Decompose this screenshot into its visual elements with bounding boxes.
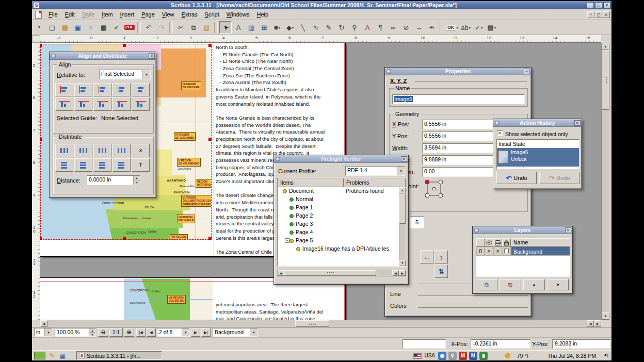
selection-handle[interactable] <box>40 44 42 47</box>
close-icon[interactable]: ✕ <box>401 156 407 162</box>
tab-colors[interactable]: Colors <box>389 302 528 312</box>
align-right-button[interactable] <box>112 83 131 96</box>
ruler-origin-button[interactable] <box>32 35 40 43</box>
close-document-button[interactable]: ✕ <box>85 21 97 34</box>
layer-select[interactable]: Background▼ <box>213 328 258 337</box>
open-document-button[interactable]: ▤ <box>59 21 71 34</box>
chart-launcher-icon[interactable]: ▦ <box>58 351 67 360</box>
lower-layer-button[interactable]: ▼ <box>547 279 569 290</box>
flip-horizontal-button[interactable]: ↔ <box>420 250 433 264</box>
preflight-item[interactable]: Image16 Image has a DPI-Value les <box>278 245 399 253</box>
relative-to-select[interactable]: First Selected▼ <box>99 70 151 79</box>
selection-handle[interactable] <box>208 237 212 240</box>
zoom-in-button[interactable]: ⊕ <box>124 328 134 337</box>
basepoint-widget[interactable] <box>424 179 444 200</box>
tree-collapse-icon[interactable]: − <box>285 238 289 243</box>
menu-item[interactable]: Item <box>98 10 116 19</box>
menu-windows[interactable]: Windows <box>223 10 253 19</box>
monitor-tray-icon[interactable]: ▮ <box>479 352 488 360</box>
close-icon[interactable]: ✕ <box>565 227 571 233</box>
scribus-task-button[interactable]: SScribus 1.3.3.11 - [/h... <box>76 351 162 360</box>
distribute-centers-v-button[interactable] <box>74 158 92 172</box>
scroll-left-icon[interactable]: ◀ <box>40 320 47 327</box>
horizontal-ruler[interactable]: -10123456789101112131415 <box>40 35 601 43</box>
window-titlebar[interactable]: S Scribus 1.3.3.11 - [/home/zach/Documen… <box>32 1 611 9</box>
maximize-button[interactable]: ▢ <box>595 2 602 8</box>
align-dialog-titlebar[interactable]: Align and Distribute ✕ <box>50 52 156 60</box>
notes-launcher-icon[interactable]: ✎ <box>47 351 57 360</box>
selection-handle[interactable] <box>208 44 212 47</box>
scroll-left-icon[interactable]: ◀ <box>587 320 594 327</box>
scroll-up-icon[interactable]: ▲ <box>602 43 609 50</box>
preflight-item[interactable]: DocumentProblems found <box>278 187 399 195</box>
zoom-button[interactable]: ⚲ <box>348 21 361 34</box>
preflight-item[interactable]: Normal <box>278 195 399 204</box>
menu-script[interactable]: Script <box>201 10 223 19</box>
properties-dialog-titlebar[interactable]: Properties ✕ <box>385 68 531 75</box>
zoom-actual-size-button[interactable]: 1:1 <box>109 328 123 337</box>
show-selected-only-checkbox[interactable]: ✕ <box>497 130 503 136</box>
undo-button[interactable]: ↶ <box>142 21 155 34</box>
zoom-level-spinner[interactable]: 100.00 %▲▼ <box>55 328 96 337</box>
distance-spinner[interactable]: 0.0000 in▲▼ <box>87 175 140 185</box>
workspace-switcher[interactable] <box>34 352 45 359</box>
scroll-down-icon[interactable]: ▼ <box>399 260 406 266</box>
menu-extras[interactable]: Extras <box>178 10 201 19</box>
vertical-ruler[interactable]: 567891 01 11 2 <box>32 43 40 320</box>
selection-handle[interactable] <box>208 138 212 141</box>
selection-handle[interactable] <box>40 237 42 240</box>
insert-image-frame-button[interactable]: ▥ <box>245 21 257 34</box>
mdi-minimize-button[interactable]: − <box>587 11 594 18</box>
preflight-item[interactable]: −Page 5 <box>278 237 399 245</box>
edit-text-story-button[interactable]: ¶ <box>374 21 387 34</box>
lock-button[interactable]: ⇅ <box>434 265 448 278</box>
toolbar-handle-button[interactable]: ▾ <box>33 21 45 34</box>
undo-button[interactable]: ↶Undo <box>496 172 537 184</box>
insert-table-button[interactable]: ⊞ <box>258 21 270 34</box>
close-button[interactable]: ✕ <box>603 2 610 8</box>
profile-select[interactable]: PDF 1.4▼ <box>345 166 405 176</box>
preflight-dialog-titlebar[interactable]: Preflight Verifier ✕ <box>274 155 408 163</box>
align-bottom-out-button[interactable] <box>132 97 150 111</box>
horizontal-scrollbar[interactable]: ◀ ◀ ▶ <box>40 320 601 327</box>
selection-handle[interactable] <box>123 237 126 240</box>
close-icon[interactable]: ✕ <box>574 120 581 126</box>
preflight-item[interactable]: Page 3 <box>278 220 399 228</box>
menu-file[interactable]: File <box>45 10 61 19</box>
distribute-equal-gaps-v-button[interactable] <box>112 158 131 172</box>
save-document-button[interactable]: ▣ <box>72 21 84 34</box>
layer-print-checkbox[interactable]: × <box>493 246 502 256</box>
insert-line-button[interactable]: ╲ <box>297 21 309 34</box>
history-list[interactable]: Initial State Image5 Unlock <box>496 139 579 169</box>
history-item-selected[interactable]: Image5 Unlock <box>497 148 579 167</box>
align-left-out-button[interactable] <box>55 83 73 96</box>
text-frame-column-2[interactable]: yet most populous area. The three larges… <box>216 301 346 320</box>
preflight-verifier-button[interactable]: ✔ <box>110 21 123 34</box>
next-page-button[interactable]: ▶ <box>191 328 200 337</box>
previous-page-button[interactable]: ◀ <box>147 328 156 337</box>
align-center-h-button[interactable] <box>93 83 111 96</box>
layer-name[interactable]: Background <box>511 246 570 256</box>
history-item[interactable]: Initial State <box>497 140 579 148</box>
insert-shape-button[interactable]: ■▾ <box>271 21 283 34</box>
distribute-x-button[interactable]: X <box>132 144 150 157</box>
copy-item-properties-button[interactable]: ✒ <box>426 21 438 34</box>
preflight-table[interactable]: Items Problems DocumentProblems foundNor… <box>277 178 406 267</box>
zoom-out-button[interactable]: ⊖ <box>98 328 108 337</box>
edit-contents-button[interactable]: A <box>361 21 374 34</box>
items-column-header[interactable]: Items <box>278 178 344 187</box>
volume-icon[interactable]: ◄) <box>603 353 608 357</box>
export-pdf-button[interactable]: PDF <box>123 21 136 34</box>
close-icon[interactable]: ✕ <box>149 53 155 59</box>
add-layer-button[interactable]: ⧉ <box>476 279 497 290</box>
measurements-button[interactable]: ↔ <box>413 21 425 34</box>
spin-arrows[interactable]: ▲▼ <box>133 176 140 185</box>
rotate-item-button[interactable]: ↻ <box>335 21 348 34</box>
distribute-bottom-sides-button[interactable] <box>93 158 111 172</box>
scroll-right-icon[interactable]: ▶ <box>399 270 406 276</box>
align-top-button[interactable] <box>74 97 92 111</box>
preflight-item[interactable]: Page 1 <box>278 204 399 212</box>
scroll-right-icon[interactable]: ▶ <box>594 320 601 327</box>
layer-lock-checkbox[interactable] <box>502 246 511 256</box>
delete-layer-button[interactable]: ⧉ <box>500 279 521 290</box>
